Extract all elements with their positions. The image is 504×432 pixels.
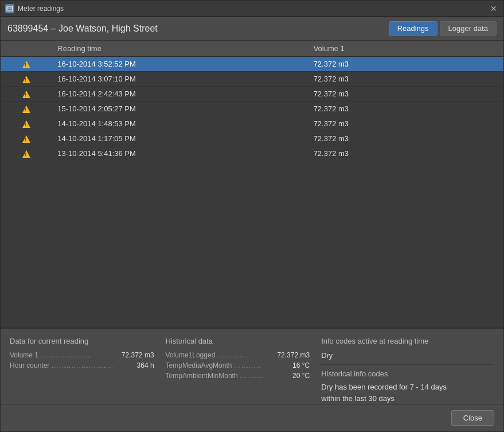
dots: ........... (234, 361, 261, 369)
reading-time-cell: 13-10-2014 5:41:36 PM (52, 146, 307, 161)
warning-icon (22, 91, 30, 98)
historical-panel-rows: Volume1Logged .............72.372 m3Temp… (166, 351, 310, 380)
data-panel-row: Volume 1 .....................72.372 m3 (10, 351, 154, 359)
window-title: Meter readings (18, 5, 489, 13)
hist-value: 72.372 m3 (277, 351, 310, 359)
dots: .......... (240, 372, 264, 380)
title-bar: Meter readings ✕ (1, 1, 503, 17)
warning-cell (1, 116, 52, 131)
dots: ............. (217, 351, 249, 359)
bottom-panel: Data for current reading Volume 1 ......… (1, 328, 503, 404)
meter-identifier: 63899454 – Joe Watson, High Street (7, 24, 158, 34)
table-row[interactable]: 16-10-2014 3:52:52 PM72.372 m3 (1, 57, 503, 72)
data-label: Volume 1 ..................... (10, 351, 92, 359)
footer: Close (1, 404, 503, 431)
column-volume1: Volume 1 (308, 41, 503, 57)
historical-info-label: Historical info codes (321, 369, 494, 378)
historical-data-title: Historical data (166, 337, 310, 345)
historical-panel-row: TempMediaAvgMonth ...........16 °C (166, 361, 310, 369)
data-panel-rows: Volume 1 .....................72.372 m3H… (10, 351, 154, 369)
close-button[interactable]: Close (451, 410, 494, 426)
reading-time-cell: 16-10-2014 2:42:43 PM (52, 87, 307, 102)
reading-time-cell: 14-10-2014 1:48:53 PM (52, 116, 307, 131)
volume-cell: 72.372 m3 (308, 116, 503, 131)
divider (321, 364, 494, 365)
data-panel-row: Hour counter .........................36… (10, 361, 154, 369)
header-bar: 63899454 – Joe Watson, High Street Readi… (1, 17, 503, 41)
table-row[interactable]: 16-10-2014 3:07:10 PM72.372 m3 (1, 72, 503, 87)
info-codes-panel: Info codes active at reading time Dry Hi… (321, 337, 494, 404)
dots: ..................... (40, 351, 92, 359)
active-info-code: Dry (321, 351, 494, 360)
warning-icon (22, 76, 30, 83)
warning-icon (22, 135, 30, 143)
historical-panel-row: TempAmbientMinMonth ..........20 °C (166, 372, 310, 380)
hist-value: 16 °C (292, 361, 310, 369)
warning-icon (22, 120, 30, 128)
info-codes-title: Info codes active at reading time (321, 337, 494, 345)
volume-cell: 72.372 m3 (308, 131, 503, 146)
table-body: 16-10-2014 3:52:52 PM72.372 m316-10-2014… (1, 57, 503, 161)
readings-tab-button[interactable]: Readings (389, 21, 437, 36)
current-reading-title: Data for current reading (10, 337, 154, 345)
reading-time-cell: 15-10-2014 2:05:27 PM (52, 102, 307, 116)
warning-cell (1, 131, 52, 146)
volume-cell: 72.372 m3 (308, 146, 503, 161)
table-row[interactable]: 15-10-2014 2:05:27 PM72.372 m3 (1, 102, 503, 116)
data-value: 72.372 m3 (122, 351, 154, 359)
warning-icon (22, 106, 30, 113)
historical-data-panel: Historical data Volume1Logged ..........… (166, 337, 310, 404)
table-row[interactable]: 14-10-2014 1:48:53 PM72.372 m3 (1, 116, 503, 131)
column-warning (1, 41, 52, 57)
readings-table: Reading time Volume 1 16-10-2014 3:52:52… (1, 41, 503, 161)
warning-cell (1, 146, 52, 161)
historical-info-text-line1: Dry has been recorded for 7 - 14 days (321, 382, 494, 393)
current-reading-panel: Data for current reading Volume 1 ......… (10, 337, 154, 404)
readings-table-container: Reading time Volume 1 16-10-2014 3:52:52… (1, 41, 503, 328)
reading-time-cell: 16-10-2014 3:52:52 PM (52, 57, 307, 72)
dots: ......................... (52, 361, 114, 369)
historical-info-text-line2: within the last 30 days (321, 393, 494, 404)
warning-cell (1, 87, 52, 102)
warning-cell (1, 72, 52, 87)
warning-cell (1, 57, 52, 72)
volume-cell: 72.372 m3 (308, 87, 503, 102)
hist-label: TempMediaAvgMonth ........... (166, 361, 261, 369)
hist-value: 20 °C (292, 372, 310, 380)
table-row[interactable]: 13-10-2014 5:41:36 PM72.372 m3 (1, 146, 503, 161)
warning-cell (1, 102, 52, 116)
volume-cell: 72.372 m3 (308, 102, 503, 116)
hist-label: Volume1Logged ............. (166, 351, 249, 359)
table-header-row: Reading time Volume 1 (1, 41, 503, 57)
warning-icon (22, 150, 30, 158)
reading-time-cell: 14-10-2014 1:17:05 PM (52, 131, 307, 146)
window-icon (5, 4, 14, 13)
volume-cell: 72.372 m3 (308, 57, 503, 72)
window-close-button[interactable]: ✕ (489, 3, 499, 14)
table-row[interactable]: 16-10-2014 2:42:43 PM72.372 m3 (1, 87, 503, 102)
column-reading-time: Reading time (52, 41, 307, 57)
hist-label: TempAmbientMinMonth .......... (166, 372, 265, 380)
volume-cell: 72.372 m3 (308, 72, 503, 87)
reading-time-cell: 16-10-2014 3:07:10 PM (52, 72, 307, 87)
logger-data-tab-button[interactable]: Logger data (440, 21, 497, 36)
svg-rect-0 (7, 6, 13, 11)
tab-buttons: Readings Logger data (389, 21, 497, 36)
data-label: Hour counter ......................... (10, 361, 114, 369)
table-row[interactable]: 14-10-2014 1:17:05 PM72.372 m3 (1, 131, 503, 146)
historical-panel-row: Volume1Logged .............72.372 m3 (166, 351, 310, 359)
data-value: 364 h (137, 361, 154, 369)
meter-readings-dialog: Meter readings ✕ 63899454 – Joe Watson, … (0, 0, 504, 432)
warning-icon (22, 61, 30, 68)
